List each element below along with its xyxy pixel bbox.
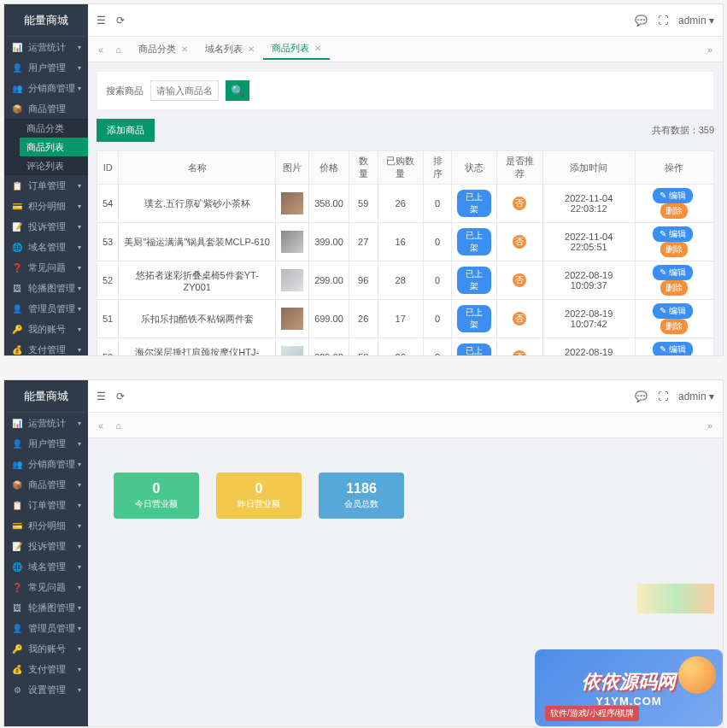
nav-icon: 📦 — [11, 478, 23, 490]
sidebar-item[interactable]: 📦商品管理 — [4, 98, 88, 119]
close-icon[interactable]: ✕ — [181, 44, 188, 54]
sidebar-item[interactable]: 👥分销商管理▾ — [4, 454, 88, 474]
sidebar-item[interactable]: 🌐域名管理▾ — [4, 556, 88, 577]
sidebar-item[interactable]: 🌐域名管理▾ — [4, 237, 88, 257]
menu-toggle-icon[interactable]: ☰ — [97, 390, 106, 402]
sidebar-item[interactable]: 💰支付管理▾ — [4, 339, 88, 355]
nav-icon: 🔑 — [11, 323, 23, 335]
recommend-badge[interactable]: 否 — [513, 235, 526, 249]
sidebar-item[interactable]: ❓常见问题▾ — [4, 257, 88, 278]
stat-card[interactable]: 0今日营业额 — [114, 473, 199, 519]
stat-card[interactable]: 0昨日营业额 — [216, 473, 302, 519]
sidebar-item[interactable]: 📋订单管理▾ — [4, 175, 88, 196]
delete-button[interactable]: 删除 — [660, 280, 688, 296]
stat-label: 会员总数 — [344, 498, 378, 510]
sidebar-item[interactable]: 📝投诉管理▾ — [4, 536, 88, 556]
close-icon[interactable]: ✕ — [314, 44, 321, 53]
chat-icon[interactable]: 💬 — [635, 390, 648, 402]
sidebar-item[interactable]: 📋订单管理▾ — [4, 495, 88, 515]
sidebar-item[interactable]: 📊运营统计▾ — [4, 37, 88, 57]
sidebar-item[interactable]: 🖼轮播图管理▾ — [4, 597, 88, 618]
menu-toggle-icon[interactable]: ☰ — [97, 15, 106, 26]
search-input[interactable] — [150, 80, 219, 101]
add-product-button[interactable]: 添加商品 — [97, 119, 155, 142]
tabs-next-icon[interactable]: » — [704, 420, 716, 431]
column-header: 排序 — [423, 151, 452, 185]
user-menu[interactable]: admin ▾ — [678, 15, 714, 26]
close-icon[interactable]: ✕ — [248, 44, 255, 54]
sidebar-item[interactable]: 💳积分明细▾ — [4, 515, 88, 536]
sidebar-item[interactable]: 💰支付管理▾ — [4, 659, 88, 679]
fullscreen-icon[interactable]: ⛶ — [658, 15, 668, 26]
tabs-next-icon[interactable]: » — [704, 44, 716, 55]
home-tab-icon[interactable]: ⌂ — [112, 44, 125, 55]
sidebar-item[interactable]: 👤管理员管理▾ — [4, 618, 88, 638]
chevron-down-icon: ▾ — [78, 563, 81, 571]
tab[interactable]: 商品分类✕ — [130, 38, 196, 60]
search-bar: 搜索商品 🔍 — [97, 71, 714, 110]
edit-button[interactable]: ✎ 编辑 — [653, 342, 693, 355]
tab[interactable]: 商品列表✕ — [263, 38, 330, 60]
cell-time: 2022-08-19 10:05:35 — [542, 338, 635, 356]
delete-button[interactable]: 删除 — [660, 319, 688, 334]
sidebar-item[interactable]: 👤用户管理▾ — [4, 433, 88, 454]
nav-label: 积分明细 — [28, 520, 66, 532]
tab[interactable]: 域名列表✕ — [196, 38, 263, 60]
promo-banner[interactable]: 依依源码网 Y1YM.COM 软件/游戏/小程序/棋牌 — [535, 649, 723, 726]
cell-name: 璞玄.五行原矿紫砂小茶杯 — [119, 185, 276, 223]
edit-button[interactable]: ✎ 编辑 — [653, 188, 693, 203]
sidebar-subitem[interactable]: 评论列表 — [20, 156, 88, 175]
chat-icon[interactable]: 💬 — [635, 15, 648, 26]
cell-recommend: 否 — [497, 261, 543, 300]
status-badge[interactable]: 已上架 — [457, 343, 491, 355]
sidebar-subitem[interactable]: 商品列表 — [20, 138, 88, 156]
delete-button[interactable]: 删除 — [660, 242, 688, 257]
status-badge[interactable]: 已上架 — [457, 190, 491, 217]
sidebar-item[interactable]: 🔑我的账号▾ — [4, 319, 88, 339]
sidebar-item[interactable]: 📊运营统计▾ — [4, 413, 88, 433]
sidebar: 能量商城 📊运营统计▾👤用户管理▾👥分销商管理▾📦商品管理商品分类商品列表评论列… — [4, 4, 88, 355]
recommend-badge[interactable]: 否 — [513, 312, 526, 326]
sidebar-item[interactable]: 🖼轮播图管理▾ — [4, 278, 88, 298]
tabs-prev-icon[interactable]: « — [95, 44, 107, 55]
sidebar-item[interactable]: 📦商品管理▾ — [4, 474, 88, 495]
status-badge[interactable]: 已上架 — [457, 228, 491, 255]
recommend-badge[interactable]: 否 — [513, 197, 526, 210]
user-menu[interactable]: admin ▾ — [678, 390, 714, 402]
stat-card[interactable]: 1186会员总数 — [319, 473, 404, 519]
sidebar-item[interactable]: 📝投诉管理▾ — [4, 216, 88, 237]
chevron-down-icon: ▾ — [78, 604, 81, 612]
chevron-down-icon: ▾ — [78, 440, 81, 448]
status-badge[interactable]: 已上架 — [457, 267, 491, 294]
refresh-icon[interactable]: ⟳ — [116, 390, 125, 402]
cell-sort: 0 — [423, 300, 452, 338]
cell-time: 2022-08-19 10:09:37 — [542, 261, 635, 300]
cell-recommend: 否 — [497, 223, 543, 261]
fullscreen-icon[interactable]: ⛶ — [658, 390, 668, 402]
sidebar-item[interactable]: 🔑我的账号▾ — [4, 638, 88, 659]
tabs-prev-icon[interactable]: « — [95, 420, 107, 431]
sidebar-subitem[interactable]: 商品分类 — [20, 119, 88, 138]
recommend-badge[interactable]: 否 — [513, 273, 526, 287]
recommend-badge[interactable]: 否 — [513, 350, 526, 355]
home-tab-icon[interactable]: ⌂ — [112, 420, 125, 431]
nav-icon: 👥 — [11, 458, 23, 470]
sidebar-item[interactable]: 👤用户管理▾ — [4, 57, 88, 78]
column-header: 名称 — [119, 151, 276, 185]
search-button[interactable]: 🔍 — [226, 80, 249, 101]
sidebar-item[interactable]: 💳积分明细▾ — [4, 196, 88, 216]
tabbar: « ⌂ 商品分类✕域名列表✕商品列表✕ » — [88, 37, 723, 62]
edit-button[interactable]: ✎ 编辑 — [653, 226, 693, 242]
nav-icon: ❓ — [11, 261, 23, 273]
status-badge[interactable]: 已上架 — [457, 305, 491, 332]
sidebar-item[interactable]: 👥分销商管理▾ — [4, 78, 88, 98]
cell-status: 已上架 — [452, 185, 497, 223]
sidebar-item[interactable]: ⚙设置管理▾ — [4, 679, 88, 700]
edit-button[interactable]: ✎ 编辑 — [653, 303, 693, 319]
sidebar-item[interactable]: ❓常见问题▾ — [4, 577, 88, 597]
delete-button[interactable]: 删除 — [660, 203, 688, 219]
chevron-down-icon: ▾ — [78, 625, 81, 632]
sidebar-item[interactable]: 👤管理员管理▾ — [4, 298, 88, 319]
refresh-icon[interactable]: ⟳ — [116, 15, 125, 26]
edit-button[interactable]: ✎ 编辑 — [653, 265, 693, 280]
